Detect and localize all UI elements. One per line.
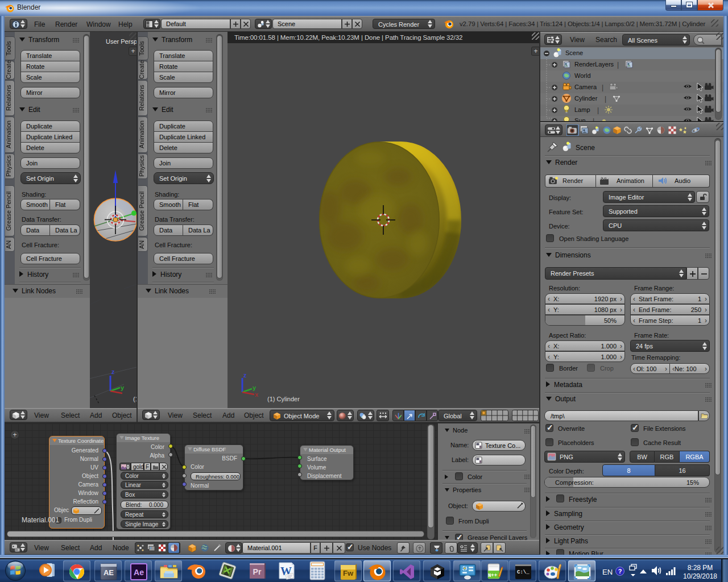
svg-text:C:\_: C:\_: [517, 569, 530, 575]
svg-text:Fw: Fw: [343, 569, 354, 577]
svg-text:N++: N++: [488, 573, 497, 579]
svg-text:Pr: Pr: [253, 567, 262, 576]
svg-text:Ae: Ae: [134, 568, 144, 577]
svg-text:AE: AE: [104, 568, 114, 577]
svg-text:?: ?: [618, 568, 622, 575]
